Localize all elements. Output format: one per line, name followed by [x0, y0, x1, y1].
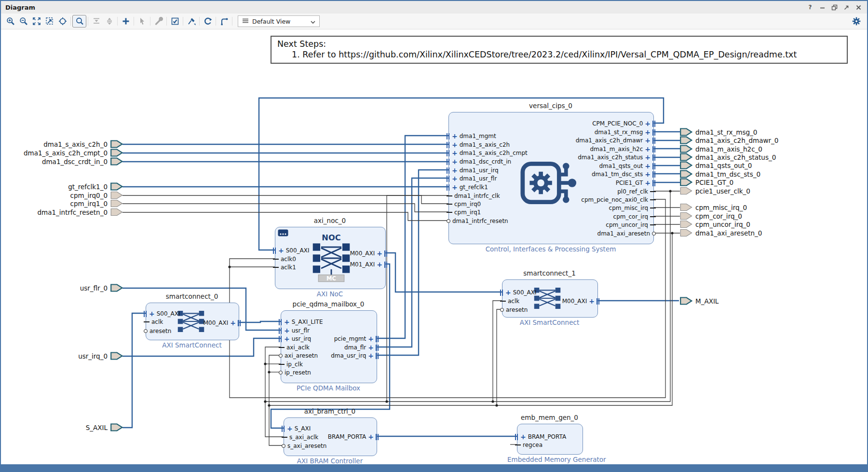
block-port-ip_clk[interactable]: ip_clk	[279, 361, 303, 368]
external-port-cpm_irq1_0[interactable]: cpm_irq1_0	[1, 199, 123, 208]
block-port-cpm_irq1[interactable]: cpm_irq1	[447, 208, 481, 216]
toolbar-optimize-routing-button[interactable]	[217, 15, 231, 27]
block-axi_noc_0[interactable]: NOC MC+S00_AXIaclk0aclk1M00_AXI+M01_AXI+	[275, 227, 386, 289]
block-port-dma1_usr_flr[interactable]: +dma1_usr_flr	[447, 175, 497, 182]
block-port-S_AXI[interactable]: +S_AXI	[282, 425, 311, 432]
wire[interactable]	[493, 301, 502, 402]
toolbar-fit-selection-button[interactable]	[56, 15, 69, 27]
toolbar-zoom-fit-button[interactable]	[30, 15, 43, 27]
block-port-aclk[interactable]: aclk	[144, 318, 163, 326]
view-selector-dropdown[interactable]: Default View	[238, 15, 320, 27]
block-port-regcea[interactable]: regcea	[515, 441, 542, 449]
block-port-dma1_m_axis_h2c[interactable]: dma1_m_axis_h2c+	[590, 145, 656, 153]
external-port-cpm_uncor_irq_0[interactable]: cpm_uncor_irq_0	[680, 220, 750, 228]
external-port-cpm_cor_irq_0[interactable]: cpm_cor_irq_0	[680, 212, 742, 220]
block-port-aclk1[interactable]: aclk1	[273, 264, 296, 271]
block-versal_cips_0[interactable]: +dma1_mgmt+dma1_s_axis_c2h+dma1_s_axis_c…	[448, 112, 654, 244]
external-port-S_AXIL[interactable]: S_AXIL	[1, 423, 123, 431]
wire[interactable]	[387, 195, 448, 402]
block-port-BRAM_PORTA[interactable]: +BRAM_PORTA	[515, 433, 566, 441]
block-port-cpm_irq0[interactable]: cpm_irq0	[447, 200, 481, 208]
block-pcie_qdma_mailbox_0[interactable]: +S_AXI_LITE+usr_flr+usr_irqaxi_aclkaxi_a…	[281, 310, 377, 383]
block-port-dma1_usr_irq[interactable]: +dma1_usr_irq	[447, 167, 499, 174]
block-port-dma1_dsc_crdt_in[interactable]: +dma1_dsc_crdt_in	[447, 158, 511, 166]
block-port-dma1_intrfc_resetn[interactable]: dma1_intrfc_resetn	[447, 217, 508, 225]
external-port-cpm_misc_irq_0[interactable]: cpm_misc_irq_0	[680, 203, 747, 211]
toolbar-add-ip-button[interactable]	[119, 15, 132, 27]
block-port-CPM_PCIE_NOC_0[interactable]: CPM_PCIE_NOC_0+	[592, 120, 656, 127]
external-port-dma1_dsc_crdt_in_0[interactable]: dma1_dsc_crdt_in_0	[1, 157, 123, 166]
wire[interactable]	[122, 204, 448, 212]
block-port-dma1_tm_dsc_sts[interactable]: dma1_tm_dsc_sts+	[592, 170, 656, 178]
wire[interactable]	[385, 253, 502, 292]
block-port-cpm_pcie_noc_axi0_clk[interactable]: cpm_pcie_noc_axi0_clk	[581, 196, 656, 204]
block-port-BRAM_PORTA[interactable]: BRAM_PORTA+	[328, 433, 379, 441]
external-port-dma1_m_axis_h2c_0[interactable]: dma1_m_axis_h2c_0	[680, 145, 762, 153]
toolbar-pin-button[interactable]	[185, 15, 198, 27]
block-port-dma_flr[interactable]: dma_flr+	[344, 344, 379, 351]
block-port-M00_AXI[interactable]: M00_AXI+	[350, 250, 388, 257]
external-port-cpm_irq0_0[interactable]: cpm_irq0_0	[1, 191, 123, 199]
external-port-gt_refclk1_0[interactable]: gt_refclk1_0	[1, 182, 123, 191]
toolbar-zoom-to-selection-button[interactable]	[43, 15, 56, 27]
external-port-pcie1_user_clk_0[interactable]: pcie1_user_clk_0	[680, 187, 750, 195]
window-float-icon[interactable]	[842, 3, 850, 11]
block-port-dma1_qsts_out[interactable]: dma1_qsts_out+	[599, 162, 656, 170]
external-port-dma1_st_rx_msg_0[interactable]: dma1_st_rx_msg_0	[680, 128, 757, 136]
block-axi_bram_ctrl_0[interactable]: +S_AXIs_axi_aclks_axi_aresetnBRAM_PORTA+	[284, 417, 377, 456]
window-restore-icon[interactable]	[830, 3, 838, 11]
block-port-axi_aclk[interactable]: axi_aclk	[279, 344, 310, 351]
block-port-aclk[interactable]: aclk	[500, 297, 519, 305]
external-port-dma1_s_axis_c2h_cmpt_0[interactable]: dma1_s_axis_c2h_cmpt_0	[1, 149, 123, 157]
external-port-dma1_s_axis_c2h_0[interactable]: dma1_s_axis_c2h_0	[1, 140, 123, 148]
block-port-dma1_st_rx_msg[interactable]: dma1_st_rx_msg+	[595, 128, 656, 136]
block-port-pl0_ref_clk[interactable]: pl0_ref_clk	[617, 188, 656, 195]
block-port-aclk0[interactable]: aclk0	[273, 255, 296, 263]
block-port-cpm_cor_irq[interactable]: cpm_cor_irq	[613, 213, 656, 221]
block-port-dma1_mgmt[interactable]: +dma1_mgmt	[447, 132, 496, 140]
block-port-cpm_misc_irq[interactable]: cpm_misc_irq	[609, 204, 656, 212]
external-port-dma1_axi_aresetn_0[interactable]: dma1_axi_aresetn_0	[680, 229, 762, 237]
wire[interactable]	[122, 195, 448, 204]
block-port-M00_AXI[interactable]: M00_AXI+	[203, 319, 241, 327]
block-port-dma1_s_axis_c2h[interactable]: +dma1_s_axis_c2h	[447, 141, 510, 149]
block-port-cpm_uncor_irq[interactable]: cpm_uncor_irq	[606, 221, 656, 229]
block-port-M01_AXI[interactable]: M01_AXI+	[350, 261, 388, 268]
toolbar-zoom-in-button[interactable]	[4, 15, 17, 27]
block-port-dma1_intrfc_clk[interactable]: dma1_intrfc_clk	[447, 192, 500, 200]
external-port-dma1_axis_c2h_dmawr_0[interactable]: dma1_axis_c2h_dmawr_0	[680, 136, 778, 144]
block-port-s_axi_aclk[interactable]: s_axi_aclk	[282, 433, 318, 441]
block-port-gt_refclk1[interactable]: +gt_refclk1	[447, 183, 488, 191]
block-port-axi_aresetn[interactable]: axi_aresetn	[279, 352, 318, 360]
block-port-PCIE1_GT[interactable]: PCIE1_GT+	[616, 179, 656, 187]
block-smartconnect_0[interactable]: +S00_AXIaclkaresetnM00_AXI+	[146, 303, 239, 340]
window-close-icon[interactable]	[854, 3, 862, 11]
wire[interactable]	[238, 321, 281, 322]
block-port-dma1_s_axis_c2h_cmpt[interactable]: +dma1_s_axis_c2h_cmpt	[447, 149, 528, 157]
toolbar-regenerate-layout-button[interactable]	[201, 15, 214, 27]
window-minimize-icon[interactable]	[818, 3, 826, 11]
block-port-M00_AXI[interactable]: M00_AXI+	[562, 297, 600, 305]
block-port-S00_AXI[interactable]: +S00_AXI	[500, 289, 537, 296]
external-port-usr_irq_0[interactable]: usr_irq_0	[1, 352, 123, 360]
block-port-S00_AXI[interactable]: +S00_AXI	[144, 310, 180, 318]
block-port-dma1_axis_c2h_dmawr[interactable]: dma1_axis_c2h_dmawr+	[576, 137, 656, 144]
next-steps-note[interactable]: Next Steps: 1. Refer to https://github.c…	[271, 36, 848, 64]
external-port-PCIE1_GT_0[interactable]: PCIE1_GT_0	[680, 178, 733, 186]
block-port-usr_flr[interactable]: +usr_flr	[279, 327, 310, 334]
external-port-dma1_intrfc_resetn_0[interactable]: dma1_intrfc_resetn_0	[1, 208, 123, 216]
toolbar-search-button[interactable]	[72, 15, 86, 28]
block-port-usr_irq[interactable]: +usr_irq	[279, 335, 311, 343]
toolbar-settings-gear-button[interactable]	[850, 15, 863, 27]
block-port-pcie_mgmt[interactable]: pcie_mgmt+	[334, 335, 379, 343]
external-port-M_AXIL[interactable]: M_AXIL	[680, 297, 719, 305]
wire[interactable]	[122, 313, 146, 428]
toolbar-validate-design-button[interactable]	[168, 15, 181, 27]
external-port-dma1_tm_dsc_sts_0[interactable]: dma1_tm_dsc_sts_0	[680, 170, 760, 178]
block-port-dma_usr_irq[interactable]: dma_usr_irq+	[331, 352, 379, 360]
toolbar-zoom-out-button[interactable]	[17, 15, 30, 27]
block-port-dma1_axis_c2h_status[interactable]: dma1_axis_c2h_status+	[578, 153, 656, 161]
block-port-S_AXI_LITE[interactable]: +S_AXI_LITE	[279, 318, 323, 326]
block-port-dma1_axi_aresetn[interactable]: dma1_axi_aresetn	[597, 230, 656, 237]
external-port-dma1_axis_c2h_status_0[interactable]: dma1_axis_c2h_status_0	[680, 153, 776, 161]
